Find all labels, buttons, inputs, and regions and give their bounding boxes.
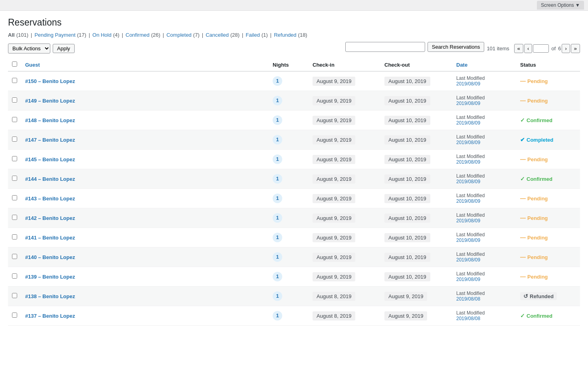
guest-link[interactable]: #141 – Benito Lopez	[25, 235, 75, 241]
guest-link[interactable]: #137 – Benito Lopez	[25, 313, 75, 319]
next-page-button[interactable]: ›	[562, 44, 570, 53]
date-value[interactable]: 2019/08/09	[456, 179, 480, 184]
row-checkbox[interactable]	[12, 117, 17, 122]
checkin-date: August 9, 2019	[313, 194, 355, 203]
date-value[interactable]: 2019/08/09	[456, 218, 480, 224]
status-cell: —Pending	[516, 208, 580, 228]
guest-link[interactable]: #144 – Benito Lopez	[25, 176, 75, 182]
date-value[interactable]: 2019/08/08	[456, 296, 480, 302]
guest-link[interactable]: #149 – Benito Lopez	[25, 98, 75, 104]
checkout-date: August 10, 2019	[384, 155, 430, 164]
date-value[interactable]: 2019/08/09	[456, 81, 480, 87]
guest-link[interactable]: #150 – Benito Lopez	[25, 78, 75, 84]
date-info: Last Modified 2019/08/09	[456, 251, 512, 263]
guest-cell: #149 – Benito Lopez	[21, 91, 269, 111]
date-cell: Last Modified 2019/08/09	[452, 247, 516, 267]
select-all-checkbox[interactable]	[12, 61, 17, 67]
filter-completed[interactable]: Completed	[166, 32, 192, 38]
row-checkbox[interactable]	[12, 215, 17, 220]
nights-badge: 1	[273, 135, 282, 144]
checkout-cell: August 10, 2019	[380, 169, 452, 189]
guest-link[interactable]: #148 – Benito Lopez	[25, 117, 75, 123]
date-value[interactable]: 2019/08/09	[456, 120, 480, 126]
filter-confirmed[interactable]: Confirmed	[126, 32, 150, 38]
pending-icon: —	[520, 273, 526, 280]
date-info: Last Modified 2019/08/08	[456, 310, 512, 321]
row-checkbox[interactable]	[12, 254, 17, 259]
row-checkbox[interactable]	[12, 137, 17, 142]
prev-page-button[interactable]: ‹	[524, 44, 532, 53]
date-cell: Last Modified 2019/08/09	[452, 228, 516, 247]
guest-link[interactable]: #147 – Benito Lopez	[25, 137, 75, 143]
last-page-button[interactable]: »	[571, 44, 580, 53]
row-checkbox[interactable]	[12, 78, 17, 83]
row-checkbox[interactable]	[12, 156, 17, 161]
first-page-button[interactable]: «	[514, 44, 523, 53]
guest-link[interactable]: #139 – Benito Lopez	[25, 274, 75, 280]
row-checkbox-cell	[8, 150, 21, 169]
date-value[interactable]: 2019/08/08	[456, 316, 480, 321]
guest-link[interactable]: #142 – Benito Lopez	[25, 215, 75, 221]
checkin-cell: August 9, 2019	[309, 91, 380, 111]
filter-completed-count: (7)	[193, 32, 200, 38]
date-header[interactable]: Date	[452, 58, 516, 71]
date-cell: Last Modified 2019/08/09	[452, 130, 516, 150]
date-label: Last Modified	[456, 95, 485, 101]
page-number-input[interactable]: 1	[533, 44, 549, 53]
bulk-actions-select[interactable]: Bulk Actions	[8, 44, 50, 53]
date-value[interactable]: 2019/08/09	[456, 237, 480, 243]
row-checkbox[interactable]	[12, 234, 17, 239]
checkout-date: August 10, 2019	[384, 272, 430, 281]
items-count: 101 items	[487, 46, 509, 51]
guest-cell: #147 – Benito Lopez	[21, 130, 269, 150]
row-checkbox-cell	[8, 71, 21, 91]
search-input[interactable]	[345, 42, 425, 52]
date-cell: Last Modified 2019/08/09	[452, 91, 516, 111]
date-value[interactable]: 2019/08/09	[456, 159, 480, 165]
date-cell: Last Modified 2019/08/08	[452, 306, 516, 326]
apply-button[interactable]: Apply	[53, 44, 75, 53]
guest-header[interactable]: Guest	[21, 58, 269, 71]
table-row: #147 – Benito Lopez 1 August 9, 2019 Aug…	[8, 130, 580, 150]
guest-link[interactable]: #145 – Benito Lopez	[25, 156, 75, 162]
row-checkbox[interactable]	[12, 195, 17, 200]
row-checkbox[interactable]	[12, 176, 17, 181]
date-cell: Last Modified 2019/08/08	[452, 287, 516, 306]
row-checkbox[interactable]	[12, 313, 17, 318]
nights-badge: 1	[273, 194, 282, 203]
nights-badge: 1	[273, 154, 282, 164]
date-value[interactable]: 2019/08/09	[456, 198, 480, 204]
filter-on-hold[interactable]: On Hold	[93, 32, 112, 38]
table-row: #138 – Benito Lopez 1 August 8, 2019 Aug…	[8, 287, 580, 306]
nights-header: Nights	[269, 58, 309, 71]
checkout-date: August 10, 2019	[384, 77, 430, 86]
row-checkbox[interactable]	[12, 273, 17, 279]
filter-all[interactable]: All	[8, 32, 15, 38]
guest-cell: #141 – Benito Lopez	[21, 228, 269, 247]
row-checkbox[interactable]	[12, 293, 17, 298]
date-value[interactable]: 2019/08/09	[456, 277, 480, 282]
table-row: #139 – Benito Lopez 1 August 9, 2019 Aug…	[8, 267, 580, 287]
checkin-date: August 9, 2019	[313, 135, 355, 144]
filter-failed[interactable]: Failed	[245, 32, 259, 38]
screen-options-button[interactable]: Screen Options ▼	[537, 1, 584, 10]
filter-failed-count: (1)	[261, 32, 268, 38]
date-value[interactable]: 2019/08/09	[456, 140, 480, 145]
guest-cell: #137 – Benito Lopez	[21, 306, 269, 326]
guest-link[interactable]: #143 – Benito Lopez	[25, 196, 75, 202]
guest-link[interactable]: #140 – Benito Lopez	[25, 254, 75, 260]
checkin-cell: August 9, 2019	[309, 71, 380, 91]
status-cell: ✓Confirmed	[516, 111, 580, 130]
search-button[interactable]: Search Reservations	[428, 42, 485, 52]
row-checkbox[interactable]	[12, 97, 17, 103]
checkout-cell: August 10, 2019	[380, 267, 452, 287]
filter-pending-payment-count: (17)	[77, 32, 86, 38]
filter-cancelled[interactable]: Cancelled	[206, 32, 229, 38]
completed-icon: ✔	[520, 137, 525, 143]
date-value[interactable]: 2019/08/09	[456, 101, 480, 106]
guest-link[interactable]: #138 – Benito Lopez	[25, 293, 75, 299]
filter-pending-payment[interactable]: Pending Payment	[34, 32, 75, 38]
filter-refunded[interactable]: Refunded	[274, 32, 296, 38]
date-value[interactable]: 2019/08/09	[456, 257, 480, 263]
toolbar-left: Bulk Actions Apply	[8, 44, 75, 53]
